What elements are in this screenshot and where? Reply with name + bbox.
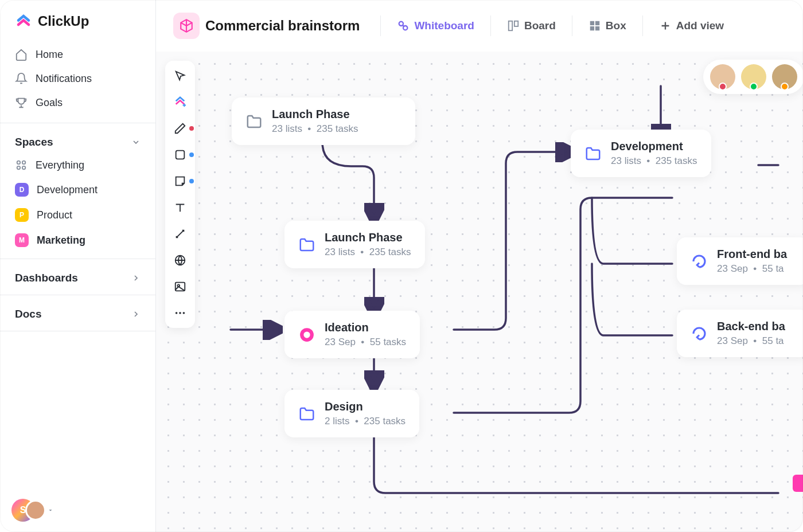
globe-icon — [174, 254, 186, 267]
space-badge: P — [15, 208, 29, 222]
sidebar-item-everything[interactable]: Everything — [0, 153, 155, 177]
svg-rect-8 — [590, 21, 594, 25]
node-ideation[interactable]: Ideation23 Sep • 55 tasks — [284, 311, 420, 358]
pen-icon — [174, 122, 186, 135]
tool-sticky[interactable] — [171, 172, 189, 190]
avatar[interactable]: .collab-av:nth-child(2)::after{backgroun… — [741, 64, 766, 89]
node-title: Ideation — [325, 321, 406, 334]
box-icon — [588, 19, 601, 32]
loop-icon — [691, 253, 708, 270]
tool-image[interactable] — [171, 277, 189, 296]
node-subtitle: 23 lists • 235 tasks — [325, 247, 411, 258]
svg-point-0 — [17, 161, 21, 165]
svg-rect-9 — [595, 21, 599, 25]
chevron-right-icon — [131, 273, 141, 283]
avatar[interactable]: .collab-av:nth-child(3)::after{backgroun… — [772, 64, 797, 89]
node-frontend[interactable]: Front-end ba23 Sep • 55 ta — [677, 237, 803, 285]
sidebar-item-marketing[interactable]: MMarketing — [0, 228, 155, 253]
space-label: Product — [37, 209, 72, 221]
tool-text[interactable] — [171, 198, 189, 217]
cube-icon — [179, 18, 194, 33]
node-title: Development — [611, 140, 697, 153]
svg-point-16 — [176, 312, 178, 314]
home-icon — [15, 48, 28, 61]
everything-label: Everything — [36, 159, 84, 171]
nav-notifications[interactable]: Notifications — [8, 66, 147, 91]
sync-folder-icon — [298, 236, 315, 253]
user-menu[interactable]: S — [11, 499, 54, 522]
clickup-logo-icon — [15, 13, 32, 30]
divider — [0, 331, 155, 331]
whiteboard-icon — [397, 19, 410, 32]
node-backend[interactable]: Back-end ba23 Sep • 55 ta — [677, 310, 803, 357]
tool-web[interactable] — [171, 251, 189, 269]
nav-home[interactable]: Home — [8, 42, 147, 66]
chevron-right-icon — [131, 310, 141, 319]
svg-rect-11 — [595, 26, 599, 30]
tool-cursor[interactable] — [171, 66, 189, 85]
tab-box[interactable]: Box — [586, 16, 629, 36]
sidebar-item-product[interactable]: PProduct — [0, 202, 155, 228]
docs-header[interactable]: Docs — [0, 301, 155, 325]
svg-rect-6 — [509, 21, 512, 31]
spaces-header[interactable]: Spaces — [0, 129, 155, 153]
plus-icon — [659, 19, 672, 32]
sidebar-nav: Home Notifications Goals — [0, 40, 155, 117]
cursor-icon — [174, 69, 186, 82]
tool-shape[interactable] — [171, 146, 189, 164]
tool-clickup-add[interactable] — [171, 93, 189, 111]
node-design[interactable]: Design2 lists • 235 tasks — [284, 390, 419, 437]
clickup-add-icon — [174, 96, 186, 108]
whiteboard-canvas[interactable]: Launch Phase23 lists • 235 tasks Launch … — [156, 52, 803, 532]
node-launch-phase[interactable]: Launch Phase23 lists • 235 tasks — [284, 221, 425, 268]
divider — [642, 15, 643, 36]
avatar — [25, 500, 46, 521]
tab-label: Board — [524, 19, 556, 32]
svg-rect-7 — [514, 21, 518, 26]
tab-whiteboard[interactable]: Whiteboard — [395, 16, 477, 36]
tool-more[interactable] — [171, 304, 189, 322]
svg-point-1 — [22, 161, 26, 165]
bell-icon — [15, 72, 28, 85]
node-subtitle: 23 Sep • 55 tasks — [325, 337, 406, 348]
sidebar: ClickUp Home Notifications Goals Spaces … — [0, 0, 156, 532]
svg-point-19 — [302, 330, 312, 340]
caret-down-icon — [47, 507, 54, 514]
node-development[interactable]: Development23 lists • 235 tasks — [571, 130, 711, 177]
add-view-button[interactable]: Add view — [657, 16, 726, 36]
add-view-label: Add view — [676, 19, 724, 32]
sync-folder-icon — [298, 405, 315, 423]
loop-icon — [691, 325, 708, 342]
sidebar-item-development[interactable]: DDevelopment — [0, 177, 155, 202]
tool-pen[interactable] — [171, 119, 189, 138]
page-title: Commercial brainstorm — [205, 18, 360, 34]
nav-goals[interactable]: Goals — [8, 91, 147, 115]
dashboards-label: Dashboards — [15, 272, 78, 284]
header: Commercial brainstorm Whiteboard Board B… — [156, 0, 803, 52]
avatar[interactable]: .collab-av:nth-child(1)::after{backgroun… — [710, 64, 735, 89]
collaborators[interactable]: .collab-av:nth-child(1)::after{backgroun… — [703, 60, 803, 94]
connector-icon — [174, 228, 186, 240]
node-subtitle: 23 Sep • 55 ta — [717, 335, 785, 347]
space-label: Development — [37, 184, 98, 196]
text-icon — [174, 201, 186, 214]
color-dot — [189, 126, 194, 131]
divider — [0, 123, 155, 123]
chevron-down-icon — [131, 138, 141, 147]
divider — [0, 295, 155, 295]
node-subtitle: 23 Sep • 55 ta — [717, 263, 787, 275]
circle-icon — [298, 326, 315, 343]
avatar-stack: S — [11, 499, 44, 522]
node-launch-phase-folder[interactable]: Launch Phase23 lists • 235 tasks — [232, 97, 415, 145]
tool-connector[interactable] — [171, 225, 189, 243]
sync-folder-icon — [584, 145, 602, 162]
svg-point-3 — [22, 166, 26, 170]
tab-board[interactable]: Board — [505, 16, 558, 36]
logo[interactable]: ClickUp — [0, 0, 155, 40]
divider — [490, 15, 491, 36]
space-badge: D — [15, 183, 29, 197]
whiteboard-toolbar — [165, 61, 195, 328]
dashboards-header[interactable]: Dashboards — [0, 265, 155, 289]
more-icon — [174, 307, 186, 319]
nav-label: Notifications — [36, 73, 92, 85]
